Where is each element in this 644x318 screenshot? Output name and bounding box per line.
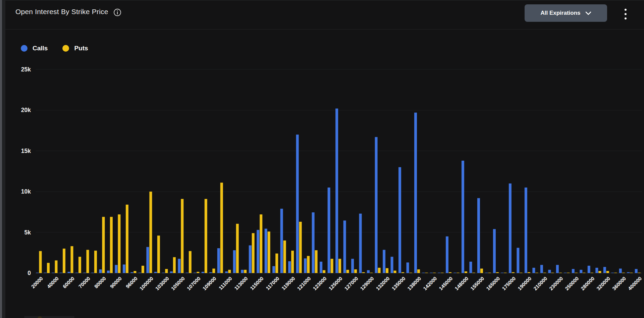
put-bar[interactable]	[480, 269, 483, 273]
call-bar[interactable]	[580, 270, 582, 273]
put-bar[interactable]	[488, 273, 491, 273]
put-bar[interactable]	[252, 233, 255, 273]
put-bar[interactable]	[401, 272, 404, 273]
call-bar[interactable]	[351, 259, 354, 273]
put-bar[interactable]	[394, 271, 396, 273]
call-bar[interactable]	[375, 137, 378, 273]
put-bar[interactable]	[449, 272, 451, 273]
call-bar[interactable]	[367, 270, 370, 273]
put-bar[interactable]	[465, 271, 467, 273]
info-icon[interactable]	[113, 8, 121, 16]
put-bar[interactable]	[614, 273, 617, 273]
call-bar[interactable]	[265, 229, 267, 273]
call-bar[interactable]	[359, 214, 362, 273]
put-bar[interactable]	[291, 251, 294, 273]
call-bar[interactable]	[430, 273, 433, 273]
call-bar[interactable]	[162, 273, 165, 273]
call-bar[interactable]	[525, 188, 527, 273]
call-bar[interactable]	[36, 273, 39, 273]
put-bar[interactable]	[157, 235, 160, 273]
call-bar[interactable]	[186, 273, 189, 273]
put-bar[interactable]	[181, 199, 183, 273]
call-bar[interactable]	[225, 271, 228, 273]
call-bar[interactable]	[548, 270, 551, 273]
call-bar[interactable]	[233, 250, 236, 273]
call-bar[interactable]	[217, 248, 220, 273]
put-bar[interactable]	[275, 254, 278, 273]
call-bar[interactable]	[139, 273, 141, 273]
call-bar[interactable]	[556, 265, 559, 273]
put-bar[interactable]	[362, 272, 365, 273]
put-bar[interactable]	[212, 269, 215, 273]
call-bar[interactable]	[469, 262, 472, 273]
put-bar[interactable]	[622, 273, 625, 273]
call-bar[interactable]	[67, 272, 70, 273]
put-bar[interactable]	[126, 205, 128, 273]
call-bar[interactable]	[107, 271, 110, 273]
put-bar[interactable]	[417, 269, 420, 273]
call-bar[interactable]	[517, 248, 519, 273]
call-bar[interactable]	[288, 261, 291, 273]
put-bar[interactable]	[528, 272, 530, 273]
call-bar[interactable]	[312, 212, 315, 273]
call-bar[interactable]	[422, 273, 425, 273]
call-bar[interactable]	[320, 262, 322, 273]
put-bar[interactable]	[606, 271, 609, 273]
call-bar[interactable]	[619, 269, 622, 273]
put-bar[interactable]	[205, 199, 207, 273]
put-bar[interactable]	[551, 273, 554, 273]
scrollbar-thumb[interactable]	[0, 0, 2, 318]
call-bar[interactable]	[493, 229, 496, 273]
call-bar[interactable]	[564, 273, 567, 273]
put-bar[interactable]	[228, 270, 231, 273]
call-bar[interactable]	[91, 273, 94, 273]
put-bar[interactable]	[307, 256, 310, 273]
put-bar[interactable]	[512, 272, 515, 273]
call-bar[interactable]	[130, 272, 133, 273]
call-bar[interactable]	[540, 265, 543, 273]
call-bar[interactable]	[627, 272, 630, 273]
put-bar[interactable]	[354, 269, 357, 273]
put-bar[interactable]	[559, 273, 562, 273]
put-bar[interactable]	[149, 192, 152, 273]
put-bar[interactable]	[338, 259, 341, 273]
put-bar[interactable]	[133, 271, 136, 273]
put-bar[interactable]	[236, 224, 239, 273]
call-bar[interactable]	[603, 267, 606, 273]
call-bar[interactable]	[391, 257, 393, 273]
chart-canvas[interactable]: 25k20k15k10k5k02000040000600007000080000…	[5, 51, 644, 318]
put-bar[interactable]	[410, 273, 412, 273]
put-bar[interactable]	[165, 269, 168, 273]
put-bar[interactable]	[39, 251, 42, 273]
call-bar[interactable]	[241, 270, 244, 273]
expirations-dropdown[interactable]: All Expirations	[525, 4, 607, 22]
call-bar[interactable]	[477, 198, 480, 273]
put-bar[interactable]	[268, 231, 270, 273]
call-bar[interactable]	[335, 109, 338, 273]
call-bar[interactable]	[170, 271, 173, 273]
put-bar[interactable]	[496, 272, 499, 273]
call-bar[interactable]	[588, 266, 590, 273]
put-bar[interactable]	[189, 251, 192, 273]
call-bar[interactable]	[532, 268, 535, 273]
put-bar[interactable]	[441, 273, 443, 273]
put-bar[interactable]	[567, 273, 570, 273]
call-bar[interactable]	[572, 269, 575, 273]
put-bar[interactable]	[70, 246, 73, 273]
call-bar[interactable]	[485, 273, 488, 273]
put-bar[interactable]	[283, 241, 286, 273]
put-bar[interactable]	[583, 273, 585, 273]
put-bar[interactable]	[535, 273, 538, 273]
call-bar[interactable]	[99, 269, 102, 273]
put-bar[interactable]	[63, 249, 65, 273]
call-bar[interactable]	[398, 167, 401, 273]
put-bar[interactable]	[260, 214, 262, 273]
put-bar[interactable]	[110, 217, 113, 273]
call-bar[interactable]	[509, 183, 512, 273]
put-bar[interactable]	[142, 266, 144, 273]
put-bar[interactable]	[425, 273, 428, 273]
put-bar[interactable]	[370, 273, 373, 273]
put-bar[interactable]	[520, 273, 522, 273]
call-bar[interactable]	[328, 188, 330, 273]
call-bar[interactable]	[146, 247, 149, 273]
